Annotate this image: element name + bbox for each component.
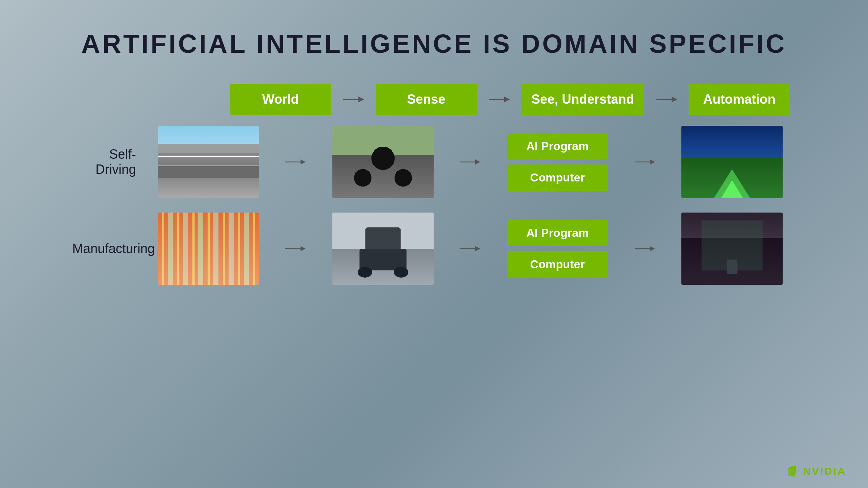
svg-marker-13 xyxy=(301,246,306,251)
arrow-1 xyxy=(342,94,364,104)
svg-marker-3 xyxy=(504,97,510,102)
nvidia-icon xyxy=(786,466,800,477)
nvidia-text: NVIDIA xyxy=(803,466,846,477)
manufacturing-warehouse-image xyxy=(158,213,259,285)
mfg-arrow-2 xyxy=(459,244,481,254)
mfg-arrow-1 xyxy=(285,244,306,254)
header-boxes: World Sense See, Understand xyxy=(224,84,796,115)
header-sense-box: Sense xyxy=(376,84,477,115)
mfg-arrow-3 xyxy=(634,244,656,254)
self-driving-content: AI Program Computer xyxy=(145,126,796,198)
header-see-understand-box: See, Understand xyxy=(521,84,644,115)
self-driving-computer-box: Computer xyxy=(507,164,608,191)
manufacturing-content: AI Program Computer xyxy=(145,213,796,285)
sd-arrow-2 xyxy=(459,157,481,167)
svg-marker-11 xyxy=(650,159,655,164)
self-driving-car-image xyxy=(332,126,434,198)
header-world-box: World xyxy=(230,84,331,115)
svg-rect-18 xyxy=(791,466,793,476)
sd-arrow-1 xyxy=(285,157,306,167)
self-driving-label: Self-Driving xyxy=(72,147,145,177)
manufacturing-computer-box: Computer xyxy=(507,251,608,278)
svg-marker-5 xyxy=(672,97,677,102)
self-driving-ai-view-image xyxy=(681,126,783,198)
arrow-2 xyxy=(488,94,510,104)
sd-arrow-3 xyxy=(634,157,656,167)
svg-marker-1 xyxy=(358,97,364,102)
header-automation-box: Automation xyxy=(689,84,790,115)
slide-title: ARTIFICIAL INTELLIGENCE IS DOMAIN SPECIF… xyxy=(81,29,787,59)
svg-marker-9 xyxy=(475,159,480,164)
svg-rect-20 xyxy=(795,466,796,474)
arrow-3 xyxy=(656,94,677,104)
self-driving-ai-program-box: AI Program xyxy=(507,133,608,159)
svg-marker-7 xyxy=(301,159,306,164)
self-driving-ai-boxes: AI Program Computer xyxy=(507,133,608,191)
svg-rect-19 xyxy=(793,466,795,476)
self-driving-row: Self-Driving xyxy=(72,126,796,198)
manufacturing-ai-program-box: AI Program xyxy=(507,220,608,246)
flow-section: World Sense See, Understand xyxy=(72,84,796,299)
header-row: World Sense See, Understand xyxy=(72,84,796,115)
slide: ARTIFICIAL INTELLIGENCE IS DOMAIN SPECIF… xyxy=(0,0,868,488)
svg-marker-15 xyxy=(475,246,480,251)
manufacturing-row: Manufacturing xyxy=(72,213,796,285)
nvidia-logo: NVIDIA xyxy=(786,466,846,477)
manufacturing-automated-image xyxy=(681,213,783,285)
manufacturing-robot-image xyxy=(332,213,434,285)
svg-marker-17 xyxy=(650,246,655,251)
manufacturing-label: Manufacturing xyxy=(72,241,145,256)
self-driving-road-image xyxy=(158,126,259,198)
manufacturing-ai-boxes: AI Program Computer xyxy=(507,220,608,278)
